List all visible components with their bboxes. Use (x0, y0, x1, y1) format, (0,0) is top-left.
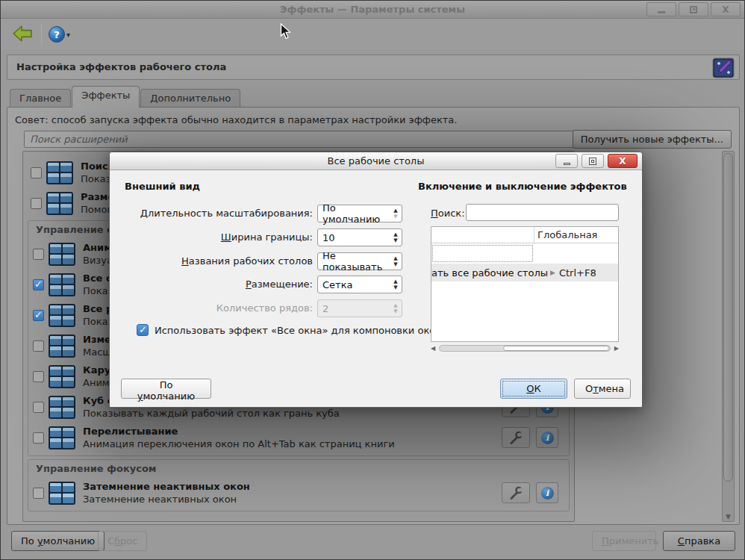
get-new-effects-button[interactable]: Получить новые эффекты... (573, 130, 732, 149)
dialog-search-label: Поиск: (431, 208, 465, 219)
effect-checkbox[interactable] (31, 167, 42, 178)
layout-label: Размещение: (125, 279, 313, 290)
effect-checkbox[interactable] (33, 488, 44, 499)
minimize-icon (658, 11, 665, 13)
table-hscrollbar[interactable] (431, 344, 619, 353)
dialog-titlebar[interactable]: Все рабочие столы (110, 152, 642, 170)
desktop-names-spinbox[interactable]: Не показывать (317, 252, 402, 270)
dialog-maximize-button[interactable] (582, 154, 604, 168)
apply-button[interactable]: Применить (592, 531, 656, 551)
effect-desc: Показывать каждый рабочий стол как грань… (83, 407, 566, 420)
effects-group-focus: Управление фокусом Затемнение неактивных… (28, 459, 570, 511)
effect-icon (49, 426, 75, 449)
maximize-button[interactable] (679, 2, 708, 16)
effect-info-button[interactable]: i (536, 427, 558, 448)
effect-checkbox[interactable] (31, 198, 42, 209)
back-button[interactable] (11, 24, 35, 45)
configure-effect-button[interactable] (502, 427, 530, 448)
border-width-label: Ширина границы: (125, 231, 313, 243)
effect-row[interactable]: Затемнение неактивных окон Затемнение не… (33, 479, 566, 507)
close-button[interactable] (711, 2, 741, 16)
minimize-button[interactable] (646, 2, 676, 16)
spin-up-icon[interactable] (393, 208, 397, 214)
effect-checkbox[interactable] (33, 249, 44, 260)
spin-down-icon[interactable] (393, 237, 397, 243)
border-width-spinbox[interactable]: 10 (317, 228, 402, 246)
reset-button[interactable]: Сброс (98, 531, 147, 551)
help-footer-button[interactable]: Справка (663, 531, 735, 551)
wrench-icon (508, 485, 523, 500)
spin-down-icon[interactable] (393, 261, 397, 267)
mouse-cursor (280, 23, 291, 42)
spin-down-icon[interactable] (393, 214, 397, 220)
tab-effects[interactable]: Эффекты (72, 86, 140, 108)
effect-checkbox[interactable] (33, 310, 44, 321)
effects-scrollbar[interactable] (722, 151, 735, 522)
tab-advanced[interactable]: Дополнительно (140, 89, 240, 108)
scroll-left-arrow[interactable] (431, 345, 435, 352)
scroll-right-arrow[interactable] (614, 345, 619, 352)
spin-up-icon[interactable] (393, 279, 397, 284)
hscroll-thumb[interactable] (503, 346, 609, 351)
effect-icon (49, 273, 75, 296)
table-row-shortcut[interactable]: ать все рабочие столы Ctrl+F8 (431, 264, 618, 281)
effect-checkbox[interactable] (33, 402, 44, 413)
dialog-ok-button[interactable]: ОК (500, 379, 567, 399)
row-count-spinbox: 2 (317, 299, 402, 317)
focused-cell[interactable] (431, 244, 534, 263)
effect-title: Затемнение неактивных окон (83, 480, 566, 493)
effect-checkbox[interactable] (33, 432, 44, 444)
settings-window: Эффекты — Параметры системы ? Настройка … (0, 0, 745, 560)
table-row-empty[interactable] (431, 244, 618, 263)
help-button[interactable]: ? (49, 25, 75, 44)
help-icon: ? (49, 26, 65, 43)
effect-icon (49, 335, 75, 358)
effect-icon (49, 365, 75, 388)
hscroll-trough[interactable] (439, 345, 611, 352)
toolbar-separator (41, 25, 42, 44)
effect-checkbox[interactable] (33, 340, 44, 352)
defaults-button[interactable]: По умолчанию (11, 531, 105, 551)
page-title: Настройка эффектов рабочего стола (16, 61, 226, 72)
column-divider (534, 227, 534, 243)
spin-up-icon[interactable] (393, 255, 397, 261)
zoom-duration-spinbox[interactable]: По умолчанию (317, 205, 402, 223)
row-count-label: Количество рядов: (125, 302, 313, 314)
all-desktops-dialog: Все рабочие столы Внешний вид Длительнос… (109, 152, 643, 408)
dialog-close-button[interactable] (608, 154, 638, 168)
maximize-icon (589, 158, 596, 165)
info-icon: i (541, 432, 554, 444)
search-extensions-input[interactable] (24, 131, 588, 148)
dialog-defaults-button[interactable]: По умолчанию (121, 379, 211, 399)
scroll-down-arrow[interactable] (723, 513, 734, 520)
window-title: Эффекты — Параметры системы (1, 4, 744, 15)
effect-info-button[interactable]: i (536, 482, 558, 503)
dialog-cancel-button[interactable]: Отмена (574, 379, 631, 399)
table-header-row[interactable]: Глобальная (431, 227, 618, 243)
scrollbar-thumb[interactable] (723, 153, 733, 482)
hint-text: Совет: способ запуска эффекта обычно нах… (15, 114, 457, 125)
minimize-icon (564, 163, 570, 165)
window-titlebar[interactable]: Эффекты — Параметры системы (1, 1, 744, 19)
shortcut-value: Ctrl+F8 (559, 267, 596, 279)
layout-spinbox[interactable]: Сетка (317, 276, 402, 293)
effect-checkbox[interactable] (33, 371, 44, 382)
spin-down-icon[interactable] (393, 284, 397, 290)
effect-checkbox[interactable] (33, 279, 44, 290)
effect-row[interactable]: Перелистывание Анимация переключения око… (33, 423, 566, 452)
effect-title: Перелистывание (83, 425, 566, 438)
configure-effect-button[interactable] (502, 482, 530, 503)
wrench-icon (508, 430, 523, 445)
spin-up-icon[interactable] (393, 231, 397, 237)
use-present-windows-checkbox[interactable]: Использовать эффект «Все окна» для компо… (137, 324, 442, 336)
tab-main[interactable]: Главное (10, 89, 71, 108)
maximize-icon (690, 6, 697, 13)
info-icon: i (541, 487, 554, 500)
effect-icon (46, 192, 73, 215)
expand-arrow-icon[interactable] (550, 269, 555, 276)
page-header: Настройка эффектов рабочего стола (7, 55, 740, 80)
dialog-minimize-button[interactable] (555, 154, 578, 168)
dialog-search-input[interactable] (466, 204, 619, 221)
shortcuts-table[interactable]: Глобальная ать все рабочие столы Ctrl+F8 (431, 226, 619, 342)
effect-icon (49, 304, 75, 327)
